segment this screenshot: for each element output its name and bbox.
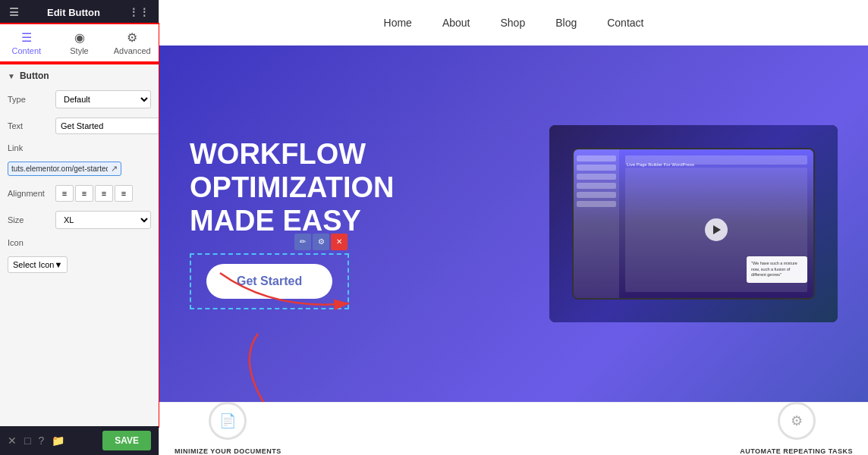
align-center-button[interactable]: ≡ xyxy=(75,185,93,202)
device-frame: Live Page Builder For WordPress xyxy=(572,148,815,300)
hero-title: WORKFLOW OPTIMIZATION MADE EASY xyxy=(190,138,534,237)
external-link-icon[interactable]: ↗ xyxy=(111,164,118,174)
size-label: Size xyxy=(8,215,49,224)
align-right-button[interactable]: ≡ xyxy=(95,185,113,202)
device-quote: "We have such a mixture now, such a fusi… xyxy=(747,256,807,283)
tab-content[interactable]: ☰ Content xyxy=(0,24,53,63)
chevron-down-icon: ▼ xyxy=(54,260,62,269)
play-triangle-icon xyxy=(713,225,721,234)
nav-shop[interactable]: Shop xyxy=(500,17,525,29)
edit-button-toolbar[interactable]: ✏ xyxy=(294,234,311,250)
size-select[interactable]: XL xyxy=(55,211,151,229)
tab-style-label: Style xyxy=(70,46,88,55)
text-label: Text xyxy=(8,121,49,130)
nav-blog[interactable]: Blog xyxy=(555,17,577,29)
minimize-icon: 📄 xyxy=(219,413,236,429)
responsive-icon[interactable]: □ xyxy=(24,435,30,447)
hero-title-line3: MADE EASY xyxy=(190,205,361,237)
footer-icons: ✕ □ ? 📁 xyxy=(8,435,64,447)
hero-device-image: Live Page Builder For WordPress xyxy=(549,125,838,322)
panel-content: ▼ Button Type Default Text Link xyxy=(0,63,159,426)
bottom-label-1: MINIMIZE YOUR DOCUMENTS xyxy=(175,447,281,455)
left-panel: ☰ Edit Button ⋮⋮ ☰ Content ◉ Style ⚙ Adv… xyxy=(0,0,159,455)
bottom-item-2: ⚙ AUTOMATE REPEATING TASKS xyxy=(740,402,853,456)
section-title: Button xyxy=(20,71,49,81)
bottom-circle-1: 📄 xyxy=(209,402,247,440)
button-highlight-box: ✏ ⚙ ✕ Get Started xyxy=(190,253,349,309)
tab-style[interactable]: ◉ Style xyxy=(53,24,106,63)
button-section-header: ▼ Button xyxy=(8,71,151,81)
nav-about[interactable]: About xyxy=(442,17,470,29)
automate-icon: ⚙ xyxy=(791,413,803,429)
type-field-row: Type Default xyxy=(8,90,151,108)
button-toolbar: ✏ ⚙ ✕ xyxy=(294,234,348,250)
panel-title-bar: ☰ Edit Button ⋮⋮ xyxy=(0,0,159,24)
bottom-circle-2: ⚙ xyxy=(778,402,816,440)
icon-select-placeholder: Select Icon xyxy=(13,260,54,269)
hamburger-icon[interactable]: ☰ xyxy=(9,6,19,18)
tab-advanced-label: Advanced xyxy=(114,46,151,55)
link-field-wrapper: ↗ xyxy=(8,162,121,176)
hero-title-line2: OPTIMIZATION xyxy=(190,171,395,203)
tab-content-label: Content xyxy=(12,46,42,55)
text-field-row: Text xyxy=(8,118,151,134)
panel-footer: ✕ □ ? 📁 SAVE xyxy=(0,426,159,455)
align-justify-button[interactable]: ≡ xyxy=(115,185,133,202)
hero-content: WORKFLOW OPTIMIZATION MADE EASY ✏ ⚙ ✕ Ge… xyxy=(190,138,534,309)
get-started-button[interactable]: Get Started xyxy=(206,264,332,299)
link-field-row: Link ↗ xyxy=(8,143,151,176)
delete-button-toolbar[interactable]: ✕ xyxy=(331,234,348,250)
section-collapse-arrow[interactable]: ▼ xyxy=(8,72,15,80)
text-input[interactable] xyxy=(55,118,159,134)
icon-select[interactable]: Select Icon ▼ xyxy=(8,256,68,273)
help-icon[interactable]: ? xyxy=(38,435,44,447)
nav-home[interactable]: Home xyxy=(384,17,412,29)
icon-label: Icon xyxy=(8,238,49,247)
alignment-label: Alignment xyxy=(8,189,49,198)
align-left-button[interactable]: ≡ xyxy=(55,185,74,202)
site-navigation: Home About Shop Blog Contact xyxy=(159,0,868,46)
link-label: Link xyxy=(8,143,49,152)
nav-contact[interactable]: Contact xyxy=(607,17,643,29)
content-tab-icon: ☰ xyxy=(21,30,32,45)
right-area: Home About Shop Blog Contact WORKFLOW OP… xyxy=(159,0,868,455)
close-footer-icon[interactable]: ✕ xyxy=(8,435,17,447)
play-button[interactable] xyxy=(705,218,728,241)
save-button[interactable]: SAVE xyxy=(102,431,151,450)
link-input[interactable] xyxy=(11,165,108,173)
grid-icon[interactable]: ⋮⋮ xyxy=(128,6,149,18)
advanced-tab-icon: ⚙ xyxy=(127,30,137,45)
size-field-row: Size XL xyxy=(8,211,151,229)
folder-icon[interactable]: 📁 xyxy=(52,435,64,447)
bottom-item-1: 📄 MINIMIZE YOUR DOCUMENTS xyxy=(175,402,281,456)
device-topbar: Live Page Builder For WordPress xyxy=(625,155,807,165)
tab-advanced[interactable]: ⚙ Advanced xyxy=(105,24,159,63)
bottom-label-2: AUTOMATE REPEATING TASKS xyxy=(740,447,853,455)
hero-title-line1: WORKFLOW xyxy=(190,138,366,170)
panel-tabs: ☰ Content ◉ Style ⚙ Advanced xyxy=(0,24,159,63)
type-select[interactable]: Default xyxy=(55,90,151,108)
device-sidebar xyxy=(574,149,619,298)
settings-button-toolbar[interactable]: ⚙ xyxy=(313,234,329,250)
panel-title: Edit Button xyxy=(47,7,100,18)
type-label: Type xyxy=(8,95,49,104)
hero-section: WORKFLOW OPTIMIZATION MADE EASY ✏ ⚙ ✕ Ge… xyxy=(159,46,868,402)
style-tab-icon: ◉ xyxy=(74,30,85,45)
alignment-buttons: ≡ ≡ ≡ ≡ xyxy=(55,185,151,202)
alignment-field-row: Alignment ≡ ≡ ≡ ≡ xyxy=(8,185,151,202)
icon-field-row: Icon Select Icon ▼ xyxy=(8,238,151,273)
bottom-section: 📄 MINIMIZE YOUR DOCUMENTS ⚙ AUTOMATE REP… xyxy=(159,402,868,455)
